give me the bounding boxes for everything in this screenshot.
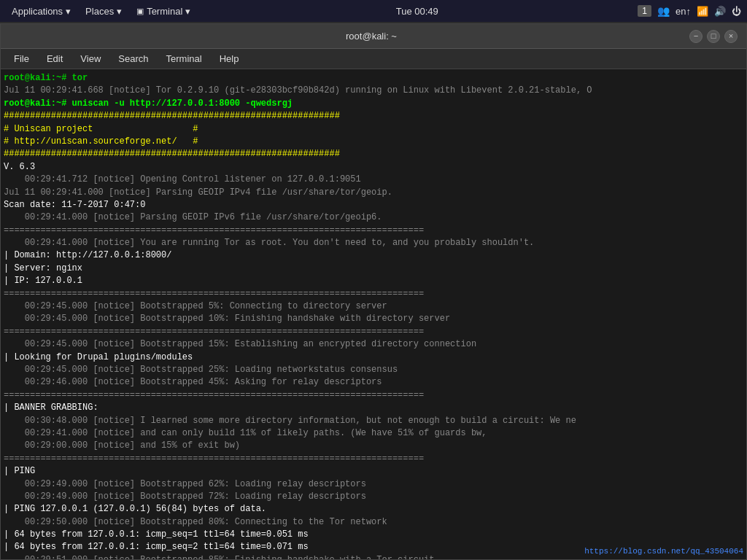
terminal-line: Scan date: 11-7-2017 0:47:0 [4,199,743,211]
terminal-line: | 64 bytes from 127.0.0.1: icmp_seq=1 tt… [4,529,743,541]
terminal-line: | Domain: http://127.0.0.1:8000/ [4,249,743,262]
terminal-line: 00:29:50.000 [notice] Bootstrapped 80%: … [4,516,743,529]
terminal-line: root@kali:~# tor [4,72,743,85]
places-label: Places [85,6,114,17]
places-arrow-icon: ▾ [117,6,122,17]
close-button[interactable]: × [724,30,738,43]
url-reference: https://blog.csdn.net/qq_43504064 [584,546,743,558]
window-controls: − □ × [689,30,738,43]
terminal-line: # http://uniscan.sourceforge.net/ # [4,136,743,148]
terminal-line: 00:29:45.000 [notice] Bootstrapped 5%: C… [4,300,743,313]
lang-label[interactable]: en↑ [676,6,691,17]
applications-label: Applications [12,6,63,17]
terminal-line: | Server: nginx [4,262,743,275]
applications-menu[interactable]: Applications ▾ [6,4,77,18]
applications-arrow-icon: ▾ [66,6,71,17]
menu-search[interactable]: Search [111,52,155,66]
terminal-line: ########################################… [4,148,743,160]
terminal-arrow-icon: ▾ [185,6,190,17]
terminal-line: 00:29:00.000 [notice] and 15% of exit bw… [4,440,743,452]
title-bar: root@kali: ~ − □ × [1,24,746,49]
terminal-label: Terminal [147,6,182,17]
terminal-line: 00:29:41.000 [notice] Parsing GEOIP IPv6… [4,211,743,224]
terminal-line: | Looking for Drupal plugins/modules [4,351,743,364]
terminal-output[interactable]: root@kali:~# torJul 11 00:29:41.668 [not… [1,69,746,559]
terminal-line: | PING 127.0.0.1 (127.0.0.1) 56(84) byte… [4,503,743,516]
terminal-line: 00:30:48.000 [notice] I learned some mor… [4,415,743,427]
menu-help[interactable]: Help [212,52,247,66]
menu-terminal[interactable]: Terminal [159,52,209,66]
taskbar-clock: Tue 00:49 [396,6,438,17]
terminal-line: Jul 11 00:29:41.000 [notice] Parsing GEO… [4,187,743,199]
terminal-line: 00:29:49.000 [notice] Bootstrapped 62%: … [4,478,743,491]
terminal-line: ========================================… [4,288,743,300]
terminal-line: ========================================… [4,453,743,465]
terminal-line: V. 6.3 [4,161,743,174]
taskbar: Applications ▾ Places ▾ ▣ Terminal ▾ Tue… [0,0,747,22]
terminal-line: 00:29:45.000 [notice] Bootstrapped 15%: … [4,338,743,351]
terminal-line: 00:29:45.000 [notice] Bootstrapped 10%: … [4,313,743,325]
terminal-line: 00:29:46.000 [notice] Bootstrapped 45%: … [4,376,743,389]
terminal-line: 00:29:45.000 [notice] Bootstrapped 25%: … [4,364,743,376]
terminal-menu[interactable]: ▣ Terminal ▾ [131,4,196,18]
terminal-line: | IP: 127.0.0.1 [4,275,743,287]
taskbar-left: Applications ▾ Places ▾ ▣ Terminal ▾ [6,4,196,18]
terminal-line: 00:29:49.000 [notice] Bootstrapped 72%: … [4,491,743,503]
menu-view[interactable]: View [73,52,108,66]
terminal-line: root@kali:~# uniscan -u http://127.0.0.1… [4,98,743,110]
terminal-line: 00:29:41.000 [notice] You are running To… [4,237,743,249]
power-icon: ⏻ [732,6,741,17]
maximize-button[interactable]: □ [707,30,720,43]
menu-file[interactable]: File [7,52,36,66]
terminal-line: | PING [4,465,743,478]
minimize-button[interactable]: − [689,30,703,43]
terminal-line: 00:29:41.712 [notice] Opening Control li… [4,174,743,186]
taskbar-right: 1 👥 en↑ 📶 🔊 ⏻ [638,5,741,17]
terminal-line: Jul 11 00:29:41.668 [notice] Tor 0.2.9.1… [4,85,743,97]
menu-edit[interactable]: Edit [39,52,70,66]
terminal-line: ========================================… [4,389,743,402]
terminal-line: 00:29:41.000 [notice] and can only build… [4,427,743,440]
wifi-icon: 📶 [697,6,708,17]
menu-bar: File Edit View Search Terminal Help [1,49,746,69]
terminal-window: root@kali: ~ − □ × File Edit View Search… [0,23,747,560]
terminal-line: ########################################… [4,110,743,122]
sound-icon: 🔊 [714,6,726,17]
terminal-line: ========================================… [4,326,743,338]
terminal-icon: ▣ [136,7,144,16]
places-menu[interactable]: Places ▾ [80,4,128,18]
terminal-line: ========================================… [4,225,743,237]
workspace-badge[interactable]: 1 [638,5,651,17]
users-icon: 👥 [657,5,670,17]
window-title: root@kali: ~ [53,31,689,42]
terminal-line: # Uniscan project # [4,123,743,136]
terminal-line: | BANNER GRABBING: [4,402,743,414]
